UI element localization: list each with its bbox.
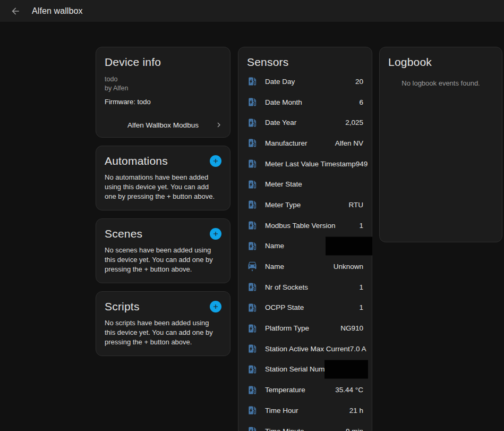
sensor-value: 1 xyxy=(359,283,363,291)
plus-icon xyxy=(212,303,219,310)
sensor-value: 35.44 °C xyxy=(335,386,363,394)
sensor-row[interactable]: Station Serial Number xyxy=(247,359,363,380)
chevron-right-icon xyxy=(214,120,224,130)
sensor-name: Nr of Sockets xyxy=(265,283,308,291)
sensor-row[interactable]: OCPP State 1 xyxy=(247,298,363,318)
ev-station-icon xyxy=(247,97,258,107)
automations-empty-text: No automations have been added using thi… xyxy=(96,167,230,210)
sensor-row[interactable]: Platform Type NG910 xyxy=(247,318,363,339)
ev-station-icon xyxy=(247,405,258,416)
ev-station-icon xyxy=(247,282,258,292)
ev-station-icon xyxy=(247,138,258,148)
sensor-value: 9 min xyxy=(346,427,363,431)
automations-card: Automations No automations have been add… xyxy=(96,146,230,210)
sensor-row[interactable]: Time Hour 21 h xyxy=(247,400,363,421)
device-firmware: Firmware: todo xyxy=(105,98,221,106)
sensor-value: 949 xyxy=(356,160,368,168)
middle-column: Sensors Date Day 20 Date Month 6 Date Ye… xyxy=(238,47,372,431)
sensor-name: Name xyxy=(265,263,284,271)
right-column: Logbook No logbook events found. xyxy=(379,47,502,242)
sensor-name: Date Year xyxy=(265,119,296,126)
car-electric-icon xyxy=(247,261,258,272)
sensor-name: Station Active Max Current xyxy=(265,345,350,353)
sensor-value: RTU xyxy=(348,201,363,209)
device-manufacturer: by Alfen xyxy=(105,84,221,93)
app-header: Alfen wallbox xyxy=(0,0,504,22)
plus-icon xyxy=(212,230,219,238)
automations-title: Automations xyxy=(105,155,168,167)
device-info-title: Device info xyxy=(105,56,221,69)
ev-station-icon xyxy=(247,158,258,169)
sensor-row[interactable]: Nr of Sockets 1 xyxy=(247,277,363,298)
ev-station-icon xyxy=(247,385,258,395)
sensor-row[interactable]: Station Active Max Current 7.0 A xyxy=(247,339,363,359)
sensor-row[interactable]: Date Day 20 xyxy=(247,71,363,92)
sensor-row[interactable]: Meter State xyxy=(247,174,363,195)
ev-station-icon xyxy=(247,241,258,251)
sensor-name: Date Month xyxy=(265,98,302,106)
device-info-card: Device info todo by Alfen Firmware: todo… xyxy=(96,47,230,138)
arrow-left-icon xyxy=(10,6,21,16)
scenes-card: Scenes No scenes have been added using t… xyxy=(96,218,230,283)
sensor-row[interactable]: Temperature 35.44 °C xyxy=(247,379,363,400)
sensor-value: NG910 xyxy=(340,324,363,332)
sensor-row[interactable]: Date Month 6 xyxy=(247,92,363,113)
logbook-title: Logbook xyxy=(388,56,493,69)
sensors-title: Sensors xyxy=(238,47,372,69)
sensor-value: 6 xyxy=(359,98,363,106)
sensor-name: Time Hour xyxy=(265,407,298,415)
ev-station-icon xyxy=(247,76,258,87)
device-model: todo xyxy=(105,75,221,84)
sensor-row[interactable]: Meter Type RTU xyxy=(247,195,363,215)
redaction-box xyxy=(326,236,372,255)
integration-label: Alfen Wallbox Modbus xyxy=(127,121,199,129)
integration-link[interactable]: Alfen Wallbox Modbus xyxy=(96,113,230,137)
add-automation-button[interactable] xyxy=(210,155,221,167)
sensor-row[interactable]: Meter Last Value Timestamp 949 xyxy=(247,154,363,174)
scripts-card: Scripts No scripts have been added using… xyxy=(96,291,230,356)
ev-station-icon xyxy=(247,426,258,431)
sensor-name: Modbus Table Version xyxy=(265,222,336,230)
sensor-name: Meter Last Value Timestamp xyxy=(265,160,356,168)
sensor-rows: Date Day 20 Date Month 6 Date Year 2,025… xyxy=(238,71,372,431)
sensor-value: Unknown xyxy=(334,263,363,271)
sensors-card: Sensors Date Day 20 Date Month 6 Date Ye… xyxy=(238,47,372,431)
sensor-name: Name xyxy=(265,242,284,250)
scenes-empty-text: No scenes have been added using this dev… xyxy=(96,240,230,283)
sensor-name: Platform Type xyxy=(265,324,309,332)
scripts-title: Scripts xyxy=(105,300,140,313)
ev-station-icon xyxy=(247,343,258,354)
back-button[interactable] xyxy=(6,2,24,20)
sensor-value: Alfen NV xyxy=(335,139,363,147)
scenes-title: Scenes xyxy=(105,227,142,240)
sensor-row[interactable]: Modbus Table Version 1 xyxy=(247,215,363,236)
page-title: Alfen wallbox xyxy=(32,6,83,16)
ev-station-icon xyxy=(247,302,258,313)
ev-station-icon xyxy=(247,199,258,210)
sensor-name: Manufacturer xyxy=(265,139,307,147)
ev-station-icon xyxy=(247,323,258,334)
add-scene-button[interactable] xyxy=(210,228,221,240)
sensor-value: 1 xyxy=(359,222,363,230)
logbook-card: Logbook No logbook events found. xyxy=(379,47,502,242)
add-script-button[interactable] xyxy=(210,301,221,312)
left-column: Device info todo by Alfen Firmware: todo… xyxy=(96,47,230,356)
ev-station-icon xyxy=(247,179,258,190)
ev-station-icon xyxy=(247,364,258,375)
ev-station-icon xyxy=(247,220,258,231)
sensor-row[interactable]: Name Unknown xyxy=(247,256,363,277)
sensor-value: 20 xyxy=(355,78,363,86)
sensor-value: 2,025 xyxy=(345,119,363,126)
sensor-name: OCPP State xyxy=(265,303,304,311)
sensor-value: 1 xyxy=(359,303,363,311)
redaction-box xyxy=(324,360,368,378)
sensor-row[interactable]: Time Minute 9 min xyxy=(247,421,363,431)
sensor-name: Meter State xyxy=(265,180,302,188)
sensor-row[interactable]: Manufacturer Alfen NV xyxy=(247,133,363,154)
sensor-name: Temperature xyxy=(265,386,305,394)
sensor-name: Meter Type xyxy=(265,201,301,209)
sensor-row[interactable]: Name xyxy=(247,236,363,257)
sensor-row[interactable]: Date Year 2,025 xyxy=(247,112,363,133)
sensor-value: 7.0 A xyxy=(350,345,366,353)
sensor-name: Time Minute xyxy=(265,427,304,431)
